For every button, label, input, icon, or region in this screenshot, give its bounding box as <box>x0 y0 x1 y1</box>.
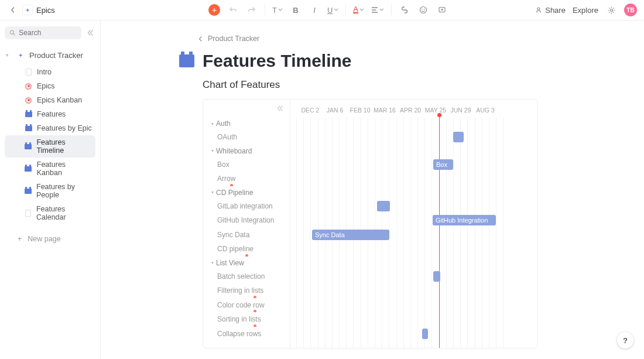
underline-dropdown[interactable]: U <box>327 4 338 16</box>
timeline-bar[interactable] <box>422 329 428 339</box>
timeline-group-label: Whiteboard <box>216 147 252 155</box>
topbar: ✦ Epics + T B I U A Share Explore TB <box>0 0 644 20</box>
folder-icon <box>25 187 32 195</box>
italic-icon[interactable]: I <box>309 4 320 16</box>
link-icon[interactable] <box>399 4 410 16</box>
timeline-month-label: DEC 2 <box>302 107 320 114</box>
timeline-bar[interactable] <box>377 201 390 211</box>
timeline-task-label[interactable]: Filtering in lists <box>203 283 290 298</box>
svg-point-0 <box>420 7 427 13</box>
sidebar-item-features-kanban[interactable]: Features Kanban <box>5 158 95 180</box>
folder-icon <box>25 125 32 132</box>
explore-button[interactable]: Explore <box>573 6 598 15</box>
timeline-bar[interactable]: Box <box>433 159 453 170</box>
sidebar-item-label: Features Calendar <box>36 205 92 221</box>
timeline-task-label[interactable]: GitHub Integration <box>203 213 290 228</box>
target-icon <box>25 83 32 90</box>
chevron-down-icon: ▾ <box>211 190 214 195</box>
timeline-month-label: FEB 10 <box>350 107 370 114</box>
timeline-month-label: AUG 3 <box>476 107 495 114</box>
text-style-dropdown[interactable]: T <box>272 4 283 16</box>
search-input[interactable] <box>5 26 81 39</box>
timeline-bar[interactable] <box>453 132 464 142</box>
chevron-left-icon <box>198 36 203 42</box>
sidebar-item-label: Features by People <box>36 183 92 199</box>
tasklist-collapse-icon[interactable] <box>275 103 285 114</box>
svg-point-2 <box>424 9 425 10</box>
timeline-month-label: JUN 29 <box>450 107 471 114</box>
timeline-group[interactable]: ▾CD Pipeline <box>203 186 290 199</box>
timeline-month-label: JAN 6 <box>327 107 344 114</box>
sidebar-collapse-icon[interactable] <box>85 28 95 38</box>
timeline-chart[interactable]: ▾AuthOAuth▾WhiteboardBoxArrow▾CD Pipelin… <box>203 99 538 348</box>
sidebar-item-label: Features <box>37 110 66 118</box>
sidebar: ▾ ✦ Product Tracker IntroEpicsEpics Kanb… <box>0 20 101 359</box>
help-button[interactable]: ? <box>617 332 633 348</box>
sidebar-item-features-timeline[interactable]: Features Timeline <box>5 135 95 158</box>
text-color-dropdown[interactable]: A <box>353 4 364 16</box>
folder-icon <box>25 111 32 118</box>
avatar[interactable]: TB <box>624 4 637 16</box>
timeline-month-label: MAY 25 <box>425 107 446 114</box>
timeline-task-label[interactable]: Sync Data <box>203 228 290 242</box>
timeline-task-label[interactable]: Batch selection <box>203 269 290 284</box>
emoji-icon[interactable] <box>417 4 429 16</box>
timeline-task-label[interactable]: GitLab integration <box>203 199 290 214</box>
timeline-bar[interactable]: GitHub Integration <box>433 215 496 225</box>
sidebar-item-features-calendar[interactable]: Features Calendar <box>5 202 95 224</box>
redo-icon[interactable] <box>246 4 258 16</box>
timeline-group[interactable]: ▾Whiteboard <box>203 145 290 158</box>
undo-icon[interactable] <box>227 4 239 16</box>
timeline-group-label: CD Pipeline <box>216 189 253 197</box>
timeline-task-label[interactable]: CD pipeline <box>203 242 290 257</box>
folder-icon <box>25 143 32 151</box>
document-icon <box>25 69 32 76</box>
settings-icon[interactable] <box>605 4 617 16</box>
chevron-down-icon: ▾ <box>211 121 214 126</box>
add-button[interactable]: + <box>208 4 220 16</box>
page-subtitle: Chart of Features <box>152 79 592 91</box>
search-icon <box>9 29 15 36</box>
timeline-bar[interactable]: Sync Data <box>312 230 389 240</box>
sidebar-item-label: Features Timeline <box>36 138 92 155</box>
share-button[interactable]: Share <box>535 6 566 15</box>
timeline-task-label[interactable]: Sorting in lists <box>203 312 290 327</box>
bold-icon[interactable]: B <box>290 4 302 16</box>
timeline-task-label[interactable]: Collapse rows <box>203 327 290 341</box>
timeline-bar[interactable] <box>433 271 440 282</box>
svg-point-4 <box>537 8 540 10</box>
sidebar-item-features-by-people[interactable]: Features by People <box>5 180 95 202</box>
sidebar-item-intro[interactable]: Intro <box>5 65 95 79</box>
sidebar-item-epics[interactable]: Epics <box>5 79 95 93</box>
sidebar-item-features-by-epic[interactable]: Features by Epic <box>5 121 95 135</box>
sidebar-item-label: Features by Epic <box>37 124 92 132</box>
chevron-down-icon: ▾ <box>211 148 214 153</box>
timeline-group-label: Auth <box>216 119 231 128</box>
workspace-icon: ✦ <box>15 50 26 60</box>
sidebar-item-label: Epics Kanban <box>37 96 82 104</box>
sidebar-item-features[interactable]: Features <box>5 107 95 121</box>
comment-icon[interactable] <box>436 4 448 16</box>
sidebar-item-label: Epics <box>37 82 55 90</box>
target-icon <box>25 97 32 104</box>
app-icon[interactable]: ✦ <box>22 5 33 15</box>
back-icon[interactable] <box>7 4 19 16</box>
timeline-month-label: MAR 16 <box>374 107 396 114</box>
align-dropdown[interactable] <box>371 4 384 16</box>
timeline-today-marker <box>439 114 440 348</box>
crumb-title[interactable]: Epics <box>36 6 55 15</box>
timeline-group[interactable]: ▾Auth <box>203 117 290 130</box>
timeline-task-label[interactable]: Box <box>203 158 290 172</box>
plus-icon: + <box>18 235 22 243</box>
breadcrumb[interactable]: Product Tracker <box>152 35 592 43</box>
timeline-group[interactable]: ▾List View <box>203 257 290 269</box>
timeline-task-label[interactable]: Arrow <box>203 172 290 186</box>
content: Product Tracker Features Timeline Chart … <box>101 20 644 359</box>
document-icon <box>25 210 32 217</box>
sidebar-item-epics-kanban[interactable]: Epics Kanban <box>5 93 95 107</box>
timeline-task-label[interactable]: Color code row <box>203 298 290 313</box>
sidebar-root[interactable]: ▾ ✦ Product Tracker <box>5 47 95 63</box>
new-page-button[interactable]: + New page <box>5 230 95 248</box>
timeline-task-label[interactable]: OAuth <box>203 130 290 145</box>
timeline-grid[interactable]: DEC 2JAN 6FEB 10MAR 16APR 20MAY 25JUN 29… <box>290 100 537 348</box>
